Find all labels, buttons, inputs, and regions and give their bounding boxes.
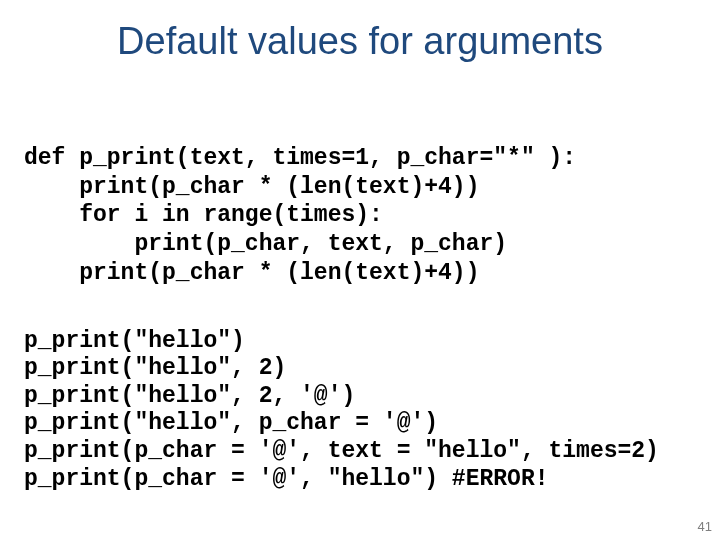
code-line: print(p_char * (len(text)+4)) [24,174,479,200]
code-line: p_print("hello", 2, '@') [24,383,355,409]
code-line: def p_print(text, times=1, p_char="*" ): [24,145,576,171]
code-line: p_print("hello", p_char = '@') [24,410,438,436]
code-line: for i in range(times): [24,202,383,228]
code-line: p_print("hello") [24,328,245,354]
code-line: print(p_char, text, p_char) [24,231,507,257]
code-line: p_print(p_char = '@', "hello") #ERROR! [24,466,549,492]
slide: Default values for arguments def p_print… [0,0,720,540]
code-definition-block: def p_print(text, times=1, p_char="*" ):… [24,115,576,288]
slide-title: Default values for arguments [0,20,720,63]
code-line: p_print("hello", 2) [24,355,286,381]
code-line: p_print(p_char = '@', text = "hello", ti… [24,438,659,464]
page-number: 41 [698,519,712,534]
code-calls-block: p_print("hello") p_print("hello", 2) p_p… [24,300,659,493]
code-line: print(p_char * (len(text)+4)) [24,260,479,286]
